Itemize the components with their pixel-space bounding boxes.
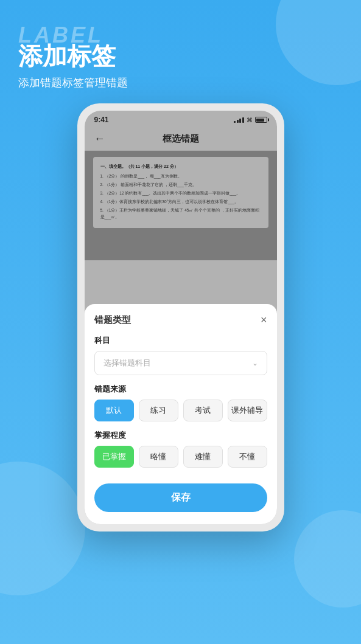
save-button[interactable]: 保存 (94, 483, 267, 512)
mastery-buttons: 已掌握 略懂 难懂 不懂 (94, 446, 267, 468)
source-section-label: 错题来源 (94, 384, 267, 395)
mastery-btn-mastered[interactable]: 已掌握 (94, 446, 134, 468)
subject-placeholder: 选择错题科目 (103, 358, 151, 369)
modal-title: 错题类型 (94, 314, 131, 326)
chevron-down-icon: ⌄ (252, 359, 258, 367)
header: LABEL 添加标签 添加错题标签管理错题 (18, 24, 343, 90)
mastery-section-label: 掌握程度 (94, 430, 267, 441)
modal-close-button[interactable]: × (261, 314, 267, 327)
source-btn-exam[interactable]: 考试 (183, 400, 223, 421)
mastery-btn-hard[interactable]: 难懂 (183, 446, 223, 468)
source-buttons: 默认 练习 考试 课外辅导 (94, 400, 267, 421)
page-subtitle: 添加错题标签管理错题 (18, 75, 343, 90)
modal-sheet: 错题类型 × 科目 选择错题科目 ⌄ 错题来源 默认 练习 考试 课外辅导 (85, 304, 277, 524)
phone-inner: 9:41 ⌘ ← 框选错题 (85, 111, 277, 524)
modal-header: 错题类型 × (94, 314, 267, 327)
source-btn-default[interactable]: 默认 (94, 400, 134, 421)
mastery-btn-somewhat[interactable]: 略懂 (139, 446, 178, 468)
phone-mockup: 9:41 ⌘ ← 框选错题 (77, 103, 284, 531)
save-bar: 保存 (94, 476, 267, 524)
subject-section-label: 科目 (94, 335, 267, 346)
source-btn-practice[interactable]: 练习 (139, 400, 178, 421)
subject-select[interactable]: 选择错题科目 ⌄ (94, 351, 267, 375)
mastery-btn-dont-understand[interactable]: 不懂 (228, 446, 267, 468)
source-btn-extracurricular[interactable]: 课外辅导 (228, 400, 267, 421)
phone-frame: 9:41 ⌘ ← 框选错题 (77, 103, 284, 531)
page-title: 添加标签 (18, 41, 343, 71)
